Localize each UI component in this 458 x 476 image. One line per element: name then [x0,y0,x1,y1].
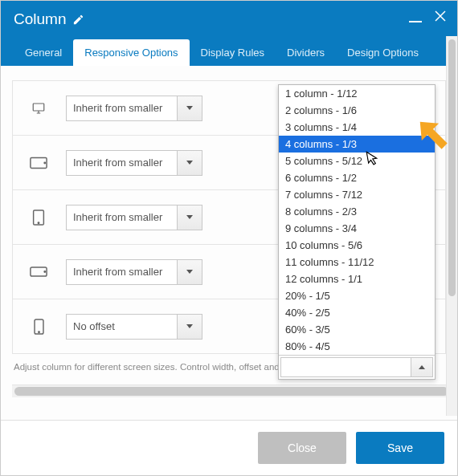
modal-title: Column [14,10,66,28]
dropdown-option[interactable]: 7 columns - 7/12 [279,186,435,203]
dropdown-option[interactable]: 10 columns - 5/6 [279,237,435,254]
tab-display-rules[interactable]: Display Rules [190,39,276,66]
chevron-down-icon[interactable] [178,260,202,284]
width-select[interactable]: Inherit from smaller [66,96,202,121]
dropdown-input-row [279,355,435,379]
scrollbar-thumb[interactable] [14,387,448,396]
desktop-icon [19,101,58,116]
scrollbar-thumb[interactable] [448,39,456,296]
modal-header: Column General Responsive Options Displa… [1,1,457,66]
dropdown-option[interactable]: 20% - 1/5 [279,287,435,304]
tab-general[interactable]: General [14,39,73,66]
minimize-button[interactable] [409,21,422,22]
tablet-landscape-icon [19,157,58,169]
width-select-value: Inherit from smaller [67,96,178,120]
dropdown-option[interactable]: 11 columns - 11/12 [279,254,435,271]
width-select-value: Inherit from smaller [67,151,178,175]
svg-point-8 [38,332,39,332]
dropdown-option[interactable]: 40% - 2/5 [279,304,435,321]
offset-select[interactable]: No offset [66,314,202,340]
svg-point-6 [44,271,45,272]
horizontal-scrollbar[interactable] [12,384,446,397]
column-settings-modal: Column General Responsive Options Displa… [0,0,458,476]
tabs: General Responsive Options Display Rules… [14,39,444,66]
save-button[interactable]: Save [356,432,444,464]
offset-select-value: No offset [67,315,178,339]
phone-landscape-icon [19,266,58,277]
vertical-scrollbar[interactable] [446,36,457,416]
chevron-down-icon[interactable] [178,205,202,230]
dropdown-option[interactable]: 5 columns - 5/12 [279,153,435,169]
dropdown-option[interactable]: 12 columns - 1/1 [279,271,435,287]
svg-point-2 [44,162,45,163]
dropdown-option[interactable]: 2 columns - 1/6 [279,102,435,119]
chevron-up-icon[interactable] [411,357,433,377]
dropdown-option[interactable]: 8 columns - 2/3 [279,203,435,220]
svg-rect-0 [33,104,44,111]
width-select-value: Inherit from smaller [67,205,178,230]
close-button[interactable]: Close [258,432,346,464]
width-select[interactable]: Inherit from smaller [66,205,202,230]
close-icon[interactable] [433,9,448,26]
svg-point-4 [38,222,39,223]
chevron-down-icon[interactable] [178,315,202,339]
dropdown-option[interactable]: 80% - 4/5 [279,338,435,355]
chevron-down-icon[interactable] [178,151,202,175]
width-select[interactable]: Inherit from smaller [66,150,202,176]
dropdown-option[interactable]: 9 columns - 3/4 [279,220,435,237]
phone-portrait-icon [19,319,58,335]
tab-dividers[interactable]: Dividers [276,39,336,66]
chevron-down-icon[interactable] [178,96,202,120]
modal-footer: Close Save [1,420,457,475]
width-select-value: Inherit from smaller [67,260,178,284]
width-select[interactable]: Inherit from smaller [66,259,202,285]
dropdown-option[interactable]: 6 columns - 1/2 [279,169,435,186]
dropdown-option[interactable]: 60% - 3/5 [279,321,435,338]
dropdown-option[interactable]: 1 column - 1/12 [279,85,435,102]
tab-responsive-options[interactable]: Responsive Options [73,39,189,66]
tablet-portrait-icon [19,210,58,226]
pencil-icon[interactable] [72,14,84,26]
dropdown-input[interactable] [280,357,411,377]
tab-design-options[interactable]: Design Options [336,39,430,66]
